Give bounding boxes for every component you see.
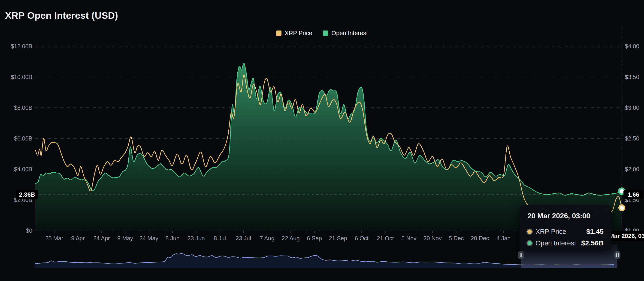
- x-axis-tick-label: 21 Sep: [329, 235, 347, 241]
- navigator-handle-left[interactable]: [518, 251, 524, 259]
- x-axis-tick-label: 24 May: [140, 235, 158, 241]
- x-axis-tick-label: 5 Nov: [401, 235, 416, 241]
- xrp-price-swatch-icon: [276, 31, 282, 36]
- x-axis-tick-label: 23 Jul: [236, 235, 251, 241]
- right-axis-labels: $4.00$3.50$3.00$2.50$2.00$1.50$1.09: [625, 43, 640, 234]
- tooltip-row-open-interest: Open Interest $2.56B: [528, 239, 604, 247]
- left-axis-tick-label: $10.00B: [11, 74, 32, 80]
- tooltip-label: XRP Price: [536, 228, 582, 235]
- left-axis-tick-label: $12.00B: [11, 43, 32, 50]
- x-axis-tick-label: 22 Aug: [282, 235, 300, 241]
- legend-label: XRP Price: [285, 30, 312, 37]
- x-axis-tick-label: 7 Aug: [260, 235, 274, 241]
- left-axis-tick-label: $8.00B: [14, 104, 32, 111]
- x-axis-tick-label: 8 Jun: [165, 235, 180, 241]
- right-axis-tick-label: $4.00: [625, 43, 640, 50]
- x-axis-tick-label: 9 Apr: [71, 235, 84, 241]
- page-title: XRP Open Interest (USD): [5, 10, 118, 21]
- x-axis-tick-label: 24 Apr: [93, 235, 110, 241]
- left-axis-tick-label: $4.00B: [14, 166, 32, 172]
- x-axis-tick-label: 5 Dec: [449, 235, 464, 241]
- crosshair-price-value-label: 1.66: [624, 190, 643, 199]
- xrp-open-interest-page: { "title": "XRP Open Interest (USD)", "l…: [0, 0, 644, 281]
- left-axis-labels: $12.00B$10.00B$8.00B$6.00B$4.00B$2.00B$0: [11, 43, 32, 234]
- drag-handle-icon: [618, 253, 619, 257]
- left-axis-tick-label: $0: [26, 227, 32, 234]
- x-axis-tick-label: 8 Jul: [214, 235, 226, 241]
- xrp-price-end-marker: [619, 205, 624, 210]
- open-interest-swatch-icon: [323, 31, 328, 36]
- legend-label: Open Interest: [331, 30, 368, 37]
- right-axis-tick-label: $3.50: [625, 74, 640, 80]
- legend-item-open-interest[interactable]: Open Interest: [323, 30, 368, 37]
- right-axis-tick-label: $3.00: [625, 104, 640, 111]
- x-axis-tick-label: 21 Oct: [377, 235, 394, 241]
- chart-tooltip: 20 Mar 2026, 03:00 XRP Price $1.45 Open …: [520, 205, 612, 251]
- left-axis-tick-label: $6.00B: [14, 135, 32, 142]
- tooltip-value: $1.45: [586, 228, 604, 235]
- drag-handle-icon: [616, 253, 617, 257]
- x-axis-labels: 25 Mar9 Apr24 Apr9 May24 May8 Jun23 Jun8…: [45, 231, 510, 241]
- legend: XRP Price Open Interest: [0, 30, 644, 37]
- x-axis-tick-label: 23 Jun: [188, 235, 205, 241]
- x-axis-tick-label: 9 May: [117, 235, 133, 241]
- crosshair-oi-value-label: 2.36B: [16, 190, 38, 199]
- x-axis-tick-label: 6 Sep: [307, 235, 322, 241]
- tooltip-row-xrp-price: XRP Price $1.45: [528, 228, 604, 235]
- drag-handle-icon: [520, 253, 521, 257]
- xrp-price-dot-icon: [528, 229, 532, 234]
- tooltip-value: $2.56B: [581, 239, 604, 247]
- open-interest-dot-icon: [528, 241, 532, 245]
- right-axis-tick-label: $2.50: [625, 135, 640, 142]
- right-axis-tick-label: $2.00: [625, 166, 640, 172]
- x-axis-tick-label: 4 Jan: [496, 235, 510, 241]
- x-axis-tick-label: 25 Mar: [45, 235, 63, 241]
- tooltip-label: Open Interest: [536, 239, 578, 247]
- x-axis-tick-label: 6 Oct: [355, 235, 368, 241]
- drag-handle-icon: [522, 253, 522, 257]
- x-axis-tick-label: 20 Dec: [471, 235, 489, 241]
- tooltip-date: 20 Mar 2026, 03:00: [528, 212, 604, 220]
- x-axis-tick-label: 20 Nov: [424, 235, 442, 241]
- legend-item-xrp-price[interactable]: XRP Price: [276, 30, 312, 37]
- navigator-handle-right[interactable]: [614, 251, 620, 259]
